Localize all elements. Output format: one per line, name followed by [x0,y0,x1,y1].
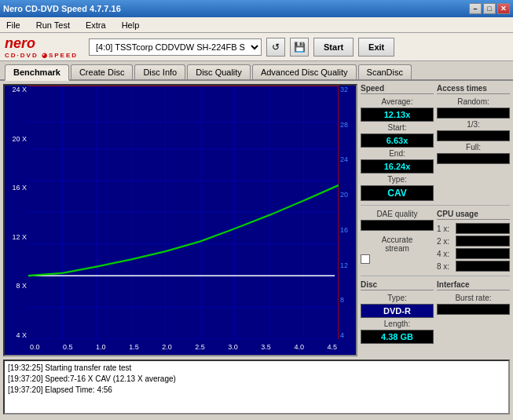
start-button[interactable]: Start [313,38,354,57]
disc-type-value: DVD-R [361,304,434,318]
cpu-8x-label: 8 x: [437,262,453,271]
tab-disc-info[interactable]: Disc Info [134,64,185,79]
cpu-row-1x: 1 x: [437,223,510,234]
accurate-stream-section: Accurate stream [361,236,434,264]
access-full-value [437,153,510,164]
tab-disc-quality[interactable]: Disc Quality [187,64,251,79]
access-onethird-value [437,130,510,141]
speed-start-label: Start: [361,123,434,132]
speed-average-label: Average: [361,97,434,106]
burst-rate-label: Burst rate: [437,294,510,302]
accurate-stream-checkbox[interactable] [361,254,370,264]
cpu-8x-bar [456,261,510,272]
chart-svg [28,86,339,339]
disc-interface-row: Disc Type: DVD-R Length: 4.38 GB Interfa… [361,280,510,344]
speed-access-row: Speed Average: 12.13x Start: 6.63x End: … [361,84,510,201]
x-axis: 0.0 0.5 1.0 1.5 2.0 2.5 3.0 3.5 4.0 4.5 [28,339,339,355]
titlebar: Nero CD-DVD Speed 4.7.7.16 – □ ✕ [0,0,513,17]
speed-end-label: End: [361,149,434,158]
cpu-1x-bar [456,223,510,234]
menu-help[interactable]: Help [119,19,143,31]
exit-button[interactable]: Exit [358,38,394,57]
content-area: 24 X 20 X 16 X 12 X 8 X 4 X 32 28 24 20 … [0,81,513,360]
access-onethird-label: 1/3: [437,120,510,129]
speed-start-value: 6.63x [361,133,434,148]
cpu-row-2x: 2 x: [437,236,510,247]
menu-extra[interactable]: Extra [82,19,109,31]
menu-file[interactable]: File [3,19,24,31]
access-section: Access times Random: 1/3: Full: [437,84,510,201]
access-random-label: Random: [437,97,510,106]
cpu-section: CPU usage 1 x: 2 x: 4 x: 8 x: [437,210,510,272]
accurate-stream-checkbox-row [361,254,434,264]
maximize-button[interactable]: □ [483,3,496,14]
y-axis-right: 32 28 24 20 16 12 8 4 [339,86,356,339]
speed-average-value: 12.13x [361,108,434,122]
main-content: 24 X 20 X 16 X 12 X 8 X 4 X 32 28 24 20 … [0,81,513,418]
close-button[interactable]: ✕ [497,3,510,14]
interface-header: Interface [437,280,510,290]
disc-length-label: Length: [361,320,434,328]
stream-label: stream [361,244,434,253]
dae-cpu-row: DAE quality Accurate stream CPU usage 1 … [361,210,510,272]
titlebar-buttons: – □ ✕ [469,3,510,14]
speed-section: Speed Average: 12.13x Start: 6.63x End: … [361,84,434,201]
save-button[interactable]: 💾 [290,38,309,57]
cpu-1x-label: 1 x: [437,225,453,233]
right-panel: Speed Average: 12.13x Start: 6.63x End: … [361,84,510,356]
tab-create-disc[interactable]: Create Disc [71,64,133,79]
speed-header: Speed [361,84,434,94]
drive-select[interactable]: [4:0] TSSTcorp CDDVDW SH-224FB SB00 [89,38,262,56]
access-header: Access times [437,84,510,94]
cpu-4x-label: 4 x: [437,250,453,258]
accurate-label: Accurate [361,236,434,244]
dae-quality-label: DAE quality [361,210,434,218]
cpu-2x-label: 2 x: [437,237,453,246]
refresh-button[interactable]: ↺ [266,38,285,57]
cpu-4x-bar [456,248,510,259]
speed-end-value: 16.24x [361,159,434,173]
log-line-1: [19:37:20] Speed:7-16 X CAV (12.13 X ave… [8,374,505,385]
toolbar: nero CD·DVD ◕SPEED [4:0] TSSTcorp CDDVDW… [0,33,513,61]
title-text: Nero CD-DVD Speed 4.7.7.16 [3,4,121,13]
log-area[interactable]: [19:32:25] Starting transfer rate test [… [3,360,510,415]
cpu-2x-bar [456,236,510,247]
minimize-button[interactable]: – [469,3,482,14]
dae-section: DAE quality Accurate stream [361,210,434,272]
divider-2 [361,276,510,276]
disc-type-label: Type: [361,294,434,302]
log-line-0: [19:32:25] Starting transfer rate test [8,363,505,374]
cpu-row-8x: 8 x: [437,261,510,272]
chart-container: 24 X 20 X 16 X 12 X 8 X 4 X 32 28 24 20 … [3,84,357,356]
logo-nero: nero [5,35,35,52]
access-random-value [437,108,510,119]
disc-header: Disc [361,280,434,290]
disc-section: Disc Type: DVD-R Length: 4.38 GB [361,280,434,344]
menubar: File Run Test Extra Help [0,17,513,33]
tabs: Benchmark Create Disc Disc Info Disc Qua… [0,61,513,81]
menu-run-test[interactable]: Run Test [33,19,73,31]
cpu-header: CPU usage [437,210,510,220]
speed-type-label: Type: [361,175,434,184]
cpu-row-4x: 4 x: [437,248,510,259]
interface-section: Interface Burst rate: [437,280,510,344]
speed-type-value: CAV [361,185,434,201]
log-line-2: [19:37:20] Elapsed Time: 4:56 [8,385,505,396]
tab-benchmark[interactable]: Benchmark [5,64,69,81]
tab-advanced-disc-quality[interactable]: Advanced Disc Quality [252,64,357,79]
y-axis-left: 24 X 20 X 16 X 12 X 8 X 4 X [5,86,28,339]
dae-quality-value [361,220,434,231]
burst-rate-value [437,304,510,315]
logo-subtitle: CD·DVD ◕SPEED [5,52,78,59]
disc-length-value: 4.38 GB [361,330,434,344]
tab-scan-disc[interactable]: ScanDisc [358,64,412,79]
divider-1 [361,205,510,206]
access-full-label: Full: [437,143,510,152]
logo: nero CD·DVD ◕SPEED [5,35,78,59]
